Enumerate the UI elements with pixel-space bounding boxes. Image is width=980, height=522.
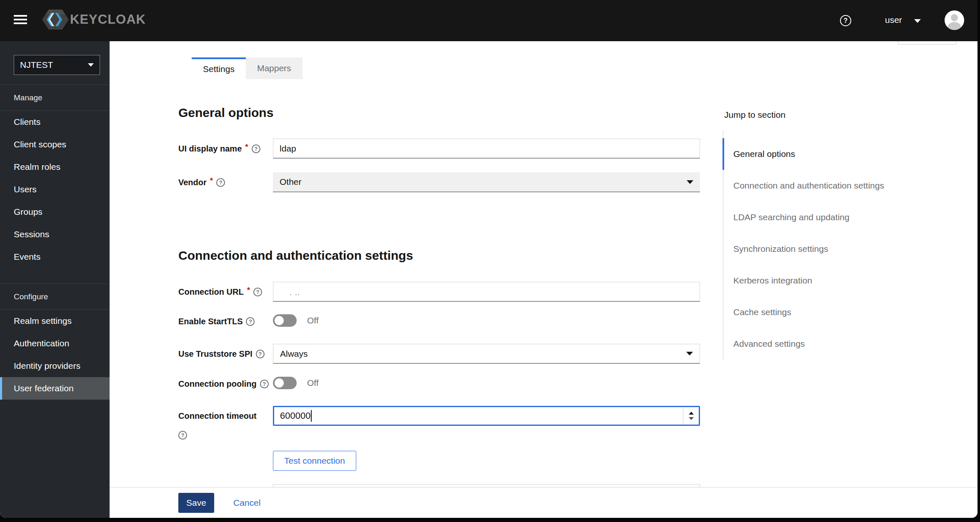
connection-pooling-toggle[interactable] <box>273 377 297 389</box>
sidebar-item-client-scopes[interactable]: Client scopes <box>0 133 110 156</box>
field-label: Connection URL * ? <box>178 282 262 302</box>
section-title-connection-settings: Connection and authentication settings <box>178 249 413 263</box>
required-indicator: * <box>210 176 213 185</box>
keycloak-hexagon-icon <box>42 7 69 32</box>
sidebar-section-header-manage: Manage <box>0 85 110 110</box>
sidebar-item-clients[interactable]: Clients <box>0 111 110 133</box>
sidebar-item-users[interactable]: Users <box>0 178 110 201</box>
jump-item-synchronization-settings[interactable]: Synchronization settings <box>723 233 956 265</box>
vendor-selected-value: Other <box>280 177 687 187</box>
field-label: Connection pooling ? <box>178 375 269 393</box>
help-icon[interactable]: ? <box>260 380 269 388</box>
main-content: Settings Mappers General options UI disp… <box>110 41 978 518</box>
vendor-select[interactable]: Other <box>273 172 700 192</box>
sidebar-gap <box>0 268 110 283</box>
step-up-icon[interactable] <box>689 412 694 415</box>
form-row-ui-display-name: UI display name * ? <box>178 139 700 159</box>
jump-item-kerberos-integration[interactable]: Kerberos integration <box>723 265 956 296</box>
field-label: Use Truststore SPI ? <box>178 344 265 364</box>
field-control: 600000 <box>273 406 700 426</box>
vendor-label: Vendor <box>178 178 207 187</box>
test-connection-button[interactable]: Test connection <box>273 451 356 471</box>
user-menu-caret-icon[interactable] <box>914 19 921 23</box>
clipped-action-button <box>898 41 956 45</box>
sidebar-groups: ManageClientsClient scopesRealm rolesUse… <box>0 85 110 400</box>
connection-pooling-label: Connection pooling <box>178 379 257 389</box>
field-label: Enable StartTLS ? <box>178 313 255 330</box>
ui-display-name-input[interactable] <box>273 139 700 159</box>
tab-settings[interactable]: Settings <box>192 57 246 79</box>
truststore-spi-label: Use Truststore SPI <box>178 349 252 359</box>
connection-pooling-state: Off <box>307 375 319 391</box>
jump-item-cache-settings[interactable]: Cache settings <box>723 296 956 328</box>
brand-text: KEYCLOAK <box>70 12 146 27</box>
connection-timeout-value: 600000 <box>280 410 310 421</box>
jump-item-connection-and-authentication-settings[interactable]: Connection and authentication settings <box>723 170 956 201</box>
step-down-icon[interactable] <box>689 417 694 420</box>
sidebar-item-events[interactable]: Events <box>0 246 110 268</box>
cancel-link[interactable]: Cancel <box>233 493 260 513</box>
clipped-next-field <box>273 484 700 487</box>
help-icon[interactable]: ? <box>252 144 260 153</box>
keycloak-admin-console: KEYCLOAK ? user NJTEST ManageClientsClie… <box>0 0 978 518</box>
realm-name: NJTEST <box>20 60 88 70</box>
avatar-body-icon <box>948 22 961 30</box>
connection-timeout-label: Connection timeout <box>178 411 257 421</box>
help-icon[interactable]: ? <box>256 350 265 358</box>
jump-item-advanced-settings[interactable]: Advanced settings <box>723 328 956 360</box>
nav-toggle-icon[interactable] <box>14 15 27 26</box>
section-title-general-options: General options <box>178 106 273 120</box>
toggle-knob <box>275 378 284 388</box>
connection-timeout-input[interactable]: 600000 <box>273 406 700 426</box>
jump-item-ldap-searching-and-updating[interactable]: LDAP searching and updating <box>723 201 956 233</box>
help-icon[interactable]: ? <box>216 178 225 187</box>
help-icon[interactable]: ? <box>246 317 255 326</box>
field-control: , ,, <box>273 282 700 302</box>
field-label: UI display name * ? <box>178 139 260 159</box>
sidebar-item-realm-settings[interactable]: Realm settings <box>0 310 110 332</box>
toggle-knob <box>275 316 284 325</box>
help-icon[interactable]: ? <box>178 431 187 440</box>
sidebar-section-header-configure: Configure <box>0 284 110 309</box>
ui-display-name-label: UI display name <box>178 144 242 154</box>
field-control: Always <box>273 344 700 364</box>
tab-mappers[interactable]: Mappers <box>246 57 302 79</box>
sidebar-item-authentication[interactable]: Authentication <box>0 332 110 355</box>
avatar[interactable] <box>945 10 964 30</box>
avatar-head-icon <box>951 14 958 21</box>
save-button[interactable]: Save <box>178 493 214 513</box>
form-row-connection-pooling: Connection pooling ? Off <box>178 375 700 393</box>
jump-item-general-options[interactable]: General options <box>723 138 956 170</box>
sidebar-item-groups[interactable]: Groups <box>0 201 110 223</box>
jump-nav-title: Jump to section <box>724 110 956 120</box>
jump-nav-list: General optionsConnection and authentica… <box>723 130 956 360</box>
form-row-enable-starttls: Enable StartTLS ? Off <box>178 313 700 330</box>
connection-url-label: Connection URL <box>178 287 244 297</box>
sidebar: NJTEST ManageClientsClient scopesRealm r… <box>0 41 110 518</box>
masthead: KEYCLOAK ? user <box>0 0 978 41</box>
field-control: Off <box>273 375 700 393</box>
form-row-truststore-spi: Use Truststore SPI ? Always <box>178 344 700 364</box>
enable-starttls-toggle[interactable] <box>273 314 297 327</box>
connection-url-input[interactable]: , ,, <box>273 282 700 302</box>
sidebar-item-identity-providers[interactable]: Identity providers <box>0 355 110 377</box>
form-action-footer: Save Cancel <box>110 487 978 518</box>
chevron-down-icon <box>686 352 693 355</box>
field-control <box>273 139 700 159</box>
help-icon[interactable]: ? <box>840 15 851 26</box>
screenshot-window: KEYCLOAK ? user NJTEST ManageClientsClie… <box>0 0 980 522</box>
number-stepper[interactable] <box>683 407 699 425</box>
help-icon[interactable]: ? <box>253 288 262 296</box>
sidebar-item-sessions[interactable]: Sessions <box>0 223 110 246</box>
enable-starttls-state: Off <box>307 313 319 328</box>
enable-starttls-label: Enable StartTLS <box>178 317 242 326</box>
tab-bar: Settings Mappers <box>192 57 302 79</box>
realm-selector[interactable]: NJTEST <box>14 55 100 75</box>
user-menu[interactable]: user <box>885 15 902 25</box>
realm-caret-icon <box>88 63 94 67</box>
sidebar-item-realm-roles[interactable]: Realm roles <box>0 156 110 178</box>
field-label: Connection timeout ? <box>178 406 257 426</box>
field-control: Off <box>273 313 700 330</box>
sidebar-item-user-federation[interactable]: User federation <box>0 377 110 400</box>
truststore-spi-select[interactable]: Always <box>273 344 700 364</box>
